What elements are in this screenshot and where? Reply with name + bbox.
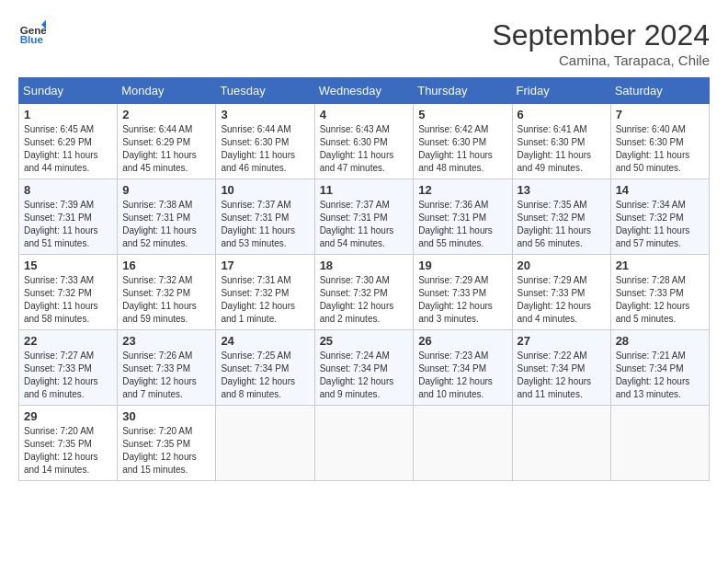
calendar-week-row: 1Sunrise: 6:45 AM Sunset: 6:29 PM Daylig… xyxy=(19,104,710,179)
day-number: 11 xyxy=(320,183,409,197)
day-info: Sunrise: 7:29 AM Sunset: 7:33 PM Dayligh… xyxy=(418,274,506,326)
calendar-day-cell: 28Sunrise: 7:21 AM Sunset: 7:34 PM Dayli… xyxy=(610,330,709,406)
day-info: Sunrise: 7:35 AM Sunset: 7:32 PM Dayligh… xyxy=(518,199,606,250)
day-number: 28 xyxy=(616,334,704,348)
calendar-day-cell: 30Sunrise: 7:20 AM Sunset: 7:35 PM Dayli… xyxy=(118,406,216,481)
day-info: Sunrise: 7:21 AM Sunset: 7:34 PM Dayligh… xyxy=(616,350,704,401)
day-info: Sunrise: 6:44 AM Sunset: 6:29 PM Dayligh… xyxy=(122,123,210,175)
day-number: 8 xyxy=(24,183,112,197)
calendar-week-row: 22Sunrise: 7:27 AM Sunset: 7:33 PM Dayli… xyxy=(19,330,710,406)
day-info: Sunrise: 7:24 AM Sunset: 7:34 PM Dayligh… xyxy=(320,350,409,401)
logo: General Blue xyxy=(18,18,46,46)
svg-text:Blue: Blue xyxy=(20,33,44,45)
day-number: 24 xyxy=(221,334,309,348)
day-info: Sunrise: 7:39 AM Sunset: 7:31 PM Dayligh… xyxy=(24,199,112,250)
day-number: 18 xyxy=(320,259,409,272)
calendar-day-cell: 7Sunrise: 6:40 AM Sunset: 6:30 PM Daylig… xyxy=(610,104,709,179)
day-info: Sunrise: 6:45 AM Sunset: 6:29 PM Dayligh… xyxy=(24,123,112,175)
day-number: 30 xyxy=(122,409,210,423)
day-number: 23 xyxy=(122,334,210,348)
day-info: Sunrise: 6:44 AM Sunset: 6:30 PM Dayligh… xyxy=(221,123,309,175)
day-info: Sunrise: 7:29 AM Sunset: 7:33 PM Dayligh… xyxy=(518,274,606,326)
day-number: 3 xyxy=(221,108,309,121)
day-info: Sunrise: 7:32 AM Sunset: 7:32 PM Dayligh… xyxy=(122,274,210,326)
calendar-header-row: SundayMondayTuesdayWednesdayThursdayFrid… xyxy=(19,78,710,104)
day-number: 21 xyxy=(616,259,704,272)
calendar-day-cell: 4Sunrise: 6:43 AM Sunset: 6:30 PM Daylig… xyxy=(314,104,414,179)
calendar-week-row: 29Sunrise: 7:20 AM Sunset: 7:35 PM Dayli… xyxy=(19,406,710,481)
day-number: 19 xyxy=(418,259,506,272)
calendar-day-cell: 14Sunrise: 7:34 AM Sunset: 7:32 PM Dayli… xyxy=(610,179,709,255)
calendar-day-cell: 20Sunrise: 7:29 AM Sunset: 7:33 PM Dayli… xyxy=(512,255,610,330)
day-info: Sunrise: 7:34 AM Sunset: 7:32 PM Dayligh… xyxy=(616,199,704,250)
weekday-header: Sunday xyxy=(19,78,118,104)
day-number: 7 xyxy=(616,108,704,121)
title-block: September 2024 Camina, Tarapaca, Chile xyxy=(492,18,710,68)
calendar-day-cell xyxy=(610,406,709,481)
weekday-header: Friday xyxy=(512,78,610,104)
day-info: Sunrise: 7:23 AM Sunset: 7:34 PM Dayligh… xyxy=(418,350,506,401)
calendar-day-cell: 17Sunrise: 7:31 AM Sunset: 7:32 PM Dayli… xyxy=(216,255,314,330)
day-number: 6 xyxy=(518,108,606,121)
day-info: Sunrise: 7:31 AM Sunset: 7:32 PM Dayligh… xyxy=(221,274,309,326)
calendar-day-cell: 3Sunrise: 6:44 AM Sunset: 6:30 PM Daylig… xyxy=(216,104,314,179)
calendar-day-cell: 23Sunrise: 7:26 AM Sunset: 7:33 PM Dayli… xyxy=(118,330,216,406)
day-number: 29 xyxy=(24,409,112,423)
day-number: 16 xyxy=(122,259,210,272)
day-info: Sunrise: 7:26 AM Sunset: 7:33 PM Dayligh… xyxy=(122,350,210,401)
day-info: Sunrise: 6:40 AM Sunset: 6:30 PM Dayligh… xyxy=(616,123,704,175)
weekday-header: Wednesday xyxy=(314,78,414,104)
calendar-day-cell: 22Sunrise: 7:27 AM Sunset: 7:33 PM Dayli… xyxy=(19,330,118,406)
weekday-header: Tuesday xyxy=(216,78,314,104)
day-info: Sunrise: 7:38 AM Sunset: 7:31 PM Dayligh… xyxy=(122,199,210,250)
day-info: Sunrise: 7:33 AM Sunset: 7:32 PM Dayligh… xyxy=(24,274,112,326)
day-info: Sunrise: 7:20 AM Sunset: 7:35 PM Dayligh… xyxy=(24,425,112,477)
calendar-day-cell: 26Sunrise: 7:23 AM Sunset: 7:34 PM Dayli… xyxy=(414,330,512,406)
calendar-day-cell: 10Sunrise: 7:37 AM Sunset: 7:31 PM Dayli… xyxy=(216,179,314,255)
day-number: 27 xyxy=(518,334,606,348)
day-info: Sunrise: 7:37 AM Sunset: 7:31 PM Dayligh… xyxy=(320,199,409,250)
logo-icon: General Blue xyxy=(18,18,46,46)
day-info: Sunrise: 7:22 AM Sunset: 7:34 PM Dayligh… xyxy=(518,350,606,401)
day-info: Sunrise: 7:25 AM Sunset: 7:34 PM Dayligh… xyxy=(221,350,309,401)
day-info: Sunrise: 7:27 AM Sunset: 7:33 PM Dayligh… xyxy=(24,350,112,401)
page-header: General Blue September 2024 Camina, Tara… xyxy=(18,18,710,68)
day-info: Sunrise: 7:20 AM Sunset: 7:35 PM Dayligh… xyxy=(122,425,210,477)
day-number: 17 xyxy=(221,259,309,272)
calendar-day-cell: 21Sunrise: 7:28 AM Sunset: 7:33 PM Dayli… xyxy=(610,255,709,330)
calendar-day-cell: 8Sunrise: 7:39 AM Sunset: 7:31 PM Daylig… xyxy=(19,179,118,255)
calendar-table: SundayMondayTuesdayWednesdayThursdayFrid… xyxy=(18,77,710,481)
weekday-header: Monday xyxy=(118,78,216,104)
day-number: 13 xyxy=(518,183,606,197)
calendar-day-cell: 11Sunrise: 7:37 AM Sunset: 7:31 PM Dayli… xyxy=(314,179,414,255)
day-info: Sunrise: 6:42 AM Sunset: 6:30 PM Dayligh… xyxy=(418,123,506,175)
weekday-header: Thursday xyxy=(414,78,512,104)
day-number: 5 xyxy=(418,108,506,121)
calendar-day-cell: 9Sunrise: 7:38 AM Sunset: 7:31 PM Daylig… xyxy=(118,179,216,255)
day-number: 10 xyxy=(221,183,309,197)
day-info: Sunrise: 7:36 AM Sunset: 7:31 PM Dayligh… xyxy=(418,199,506,250)
day-number: 15 xyxy=(24,259,112,272)
day-number: 4 xyxy=(320,108,409,121)
day-number: 26 xyxy=(418,334,506,348)
day-number: 25 xyxy=(320,334,409,348)
day-number: 12 xyxy=(418,183,506,197)
day-number: 14 xyxy=(616,183,704,197)
day-info: Sunrise: 6:43 AM Sunset: 6:30 PM Dayligh… xyxy=(320,123,409,175)
calendar-day-cell: 24Sunrise: 7:25 AM Sunset: 7:34 PM Dayli… xyxy=(216,330,314,406)
calendar-day-cell: 25Sunrise: 7:24 AM Sunset: 7:34 PM Dayli… xyxy=(314,330,414,406)
calendar-day-cell: 19Sunrise: 7:29 AM Sunset: 7:33 PM Dayli… xyxy=(414,255,512,330)
day-number: 20 xyxy=(518,259,606,272)
day-info: Sunrise: 7:37 AM Sunset: 7:31 PM Dayligh… xyxy=(221,199,309,250)
day-number: 9 xyxy=(122,183,210,197)
calendar-day-cell: 15Sunrise: 7:33 AM Sunset: 7:32 PM Dayli… xyxy=(19,255,118,330)
calendar-day-cell: 18Sunrise: 7:30 AM Sunset: 7:32 PM Dayli… xyxy=(314,255,414,330)
calendar-day-cell xyxy=(314,406,414,481)
day-info: Sunrise: 6:41 AM Sunset: 6:30 PM Dayligh… xyxy=(518,123,606,175)
calendar-day-cell: 6Sunrise: 6:41 AM Sunset: 6:30 PM Daylig… xyxy=(512,104,610,179)
calendar-day-cell xyxy=(216,406,314,481)
calendar-day-cell: 13Sunrise: 7:35 AM Sunset: 7:32 PM Dayli… xyxy=(512,179,610,255)
calendar-day-cell: 2Sunrise: 6:44 AM Sunset: 6:29 PM Daylig… xyxy=(118,104,216,179)
calendar-day-cell xyxy=(512,406,610,481)
weekday-header: Saturday xyxy=(610,78,709,104)
